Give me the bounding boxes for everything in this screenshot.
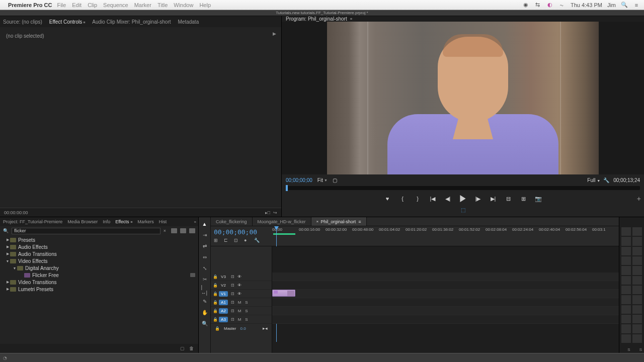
track-header-v1[interactable]: 🔒V1⊡👁: [211, 290, 272, 298]
add-button-icon[interactable]: +: [637, 195, 641, 203]
zoom-tool-icon[interactable]: 🔍: [201, 320, 208, 327]
menubar-icon-2[interactable]: ⇆: [534, 2, 541, 9]
ripple-tool-icon[interactable]: ⇄: [201, 242, 208, 249]
play-button[interactable]: [459, 195, 467, 202]
tab-metadata[interactable]: Metadata: [178, 19, 199, 25]
menubar-search-icon[interactable]: 🔍: [621, 2, 628, 9]
solo-label-2[interactable]: S: [639, 347, 642, 352]
sequence-tab-1[interactable]: Coke_flickering: [211, 217, 253, 226]
step-forward-icon[interactable]: |▶: [474, 195, 482, 202]
app-name[interactable]: Premiere Pro CC: [8, 2, 52, 8]
timeline-tracks[interactable]: [272, 246, 619, 353]
video-clip[interactable]: [272, 290, 295, 297]
tl-marker-icon[interactable]: ●: [244, 238, 250, 244]
hand-tool-icon[interactable]: ✋: [201, 309, 208, 316]
sequence-tab-2[interactable]: Moongate_HD-w_flicker: [253, 217, 311, 226]
sequence-tab-3[interactable]: ×Phil_orginal-short ≡: [311, 217, 367, 226]
step-back-icon[interactable]: ◀|: [444, 195, 452, 202]
menu-file[interactable]: File: [57, 2, 66, 8]
track-header-master[interactable]: 🔒Master0.0▸◂: [211, 324, 272, 333]
filter-icon-2[interactable]: [180, 228, 186, 233]
safe-margins-icon[interactable]: ▢: [333, 177, 337, 183]
comparison-icon[interactable]: ⬚: [461, 207, 465, 213]
solo-label-1[interactable]: S: [627, 347, 630, 352]
tab-markers[interactable]: Markers: [137, 219, 154, 224]
tab-project[interactable]: Project: FF_Tutorial-Premiere: [3, 219, 62, 224]
tree-presets[interactable]: ▶Presets: [3, 236, 195, 243]
tab-media-browser[interactable]: Media Browser: [67, 219, 98, 224]
timeline-timecode[interactable]: 00;00;00;00: [214, 228, 269, 236]
slip-tool-icon[interactable]: |↔|: [201, 287, 208, 294]
tab-source[interactable]: Source: (no clips): [3, 19, 42, 25]
tl-link-icon[interactable]: ⊡: [234, 238, 240, 244]
go-to-out-icon[interactable]: ▶|: [489, 195, 497, 202]
tree-flicker-free[interactable]: Flicker Free: [3, 272, 195, 279]
menu-clip[interactable]: Clip: [88, 2, 97, 8]
program-video-frame[interactable]: [282, 22, 644, 174]
menubar-clock[interactable]: Thu 4:43 PM: [571, 2, 602, 8]
tl-nest-icon[interactable]: ⊞: [214, 238, 220, 244]
track-header-a3[interactable]: 🔒A3⊡MS: [211, 315, 272, 324]
panel-chevron-icon[interactable]: ▶: [273, 31, 276, 36]
clear-search-icon[interactable]: ×: [164, 228, 166, 233]
track-header-v2[interactable]: 🔒V2⊡👁: [211, 281, 272, 290]
rate-stretch-tool-icon[interactable]: ⤡: [201, 264, 208, 272]
menubar-user[interactable]: Jim: [607, 2, 616, 8]
menu-title[interactable]: Title: [157, 2, 168, 8]
tab-info[interactable]: Info: [103, 219, 110, 224]
program-playhead[interactable]: [286, 185, 288, 191]
source-footer-icon-1[interactable]: ▸□: [265, 210, 270, 215]
tree-video-effects[interactable]: ▼Video Effects: [3, 257, 195, 264]
tree-video-transitions[interactable]: ▶Video Transitions: [3, 279, 195, 286]
track-select-tool-icon[interactable]: ⇥: [201, 231, 208, 238]
zoom-fit-dropdown[interactable]: Fit▼: [317, 177, 328, 183]
menu-help[interactable]: Help: [199, 2, 211, 8]
new-bin-icon[interactable]: ▢: [180, 346, 185, 351]
menubar-wifi-icon[interactable]: ⏦: [558, 2, 566, 9]
menu-edit[interactable]: Edit: [72, 2, 82, 8]
program-scrubber[interactable]: [286, 186, 640, 190]
program-timecode-left[interactable]: 00;00;00;00: [286, 177, 312, 183]
settings-wrench-icon[interactable]: 🔧: [603, 177, 609, 183]
extract-icon[interactable]: ⊞: [519, 195, 527, 202]
razor-tool-icon[interactable]: ✂: [201, 276, 208, 283]
tree-digital-anarchy[interactable]: ▼Digital Anarchy: [3, 264, 195, 272]
go-to-in-icon[interactable]: |◀: [429, 195, 437, 202]
track-header-a1[interactable]: 🔒A1⊡MS: [211, 298, 272, 307]
tl-snap-icon[interactable]: ⊏: [224, 238, 230, 244]
lift-icon[interactable]: ⊟: [504, 195, 512, 202]
source-footer-icon-2[interactable]: ↪: [273, 210, 277, 215]
filter-icon-3[interactable]: [189, 228, 195, 233]
tab-audio-mixer[interactable]: Audio Clip Mixer: Phil_orginal-short: [92, 19, 171, 25]
status-icon[interactable]: ◔: [3, 355, 8, 360]
export-frame-icon[interactable]: 📷: [534, 195, 542, 202]
tab-effects[interactable]: Effects ≡: [115, 219, 132, 224]
menubar-icon-1[interactable]: ◉: [522, 2, 529, 9]
resolution-dropdown[interactable]: Full ▼: [587, 177, 600, 183]
mark-in-icon[interactable]: ♥: [383, 195, 391, 202]
tree-audio-transitions[interactable]: ▶Audio Transitions: [3, 250, 195, 257]
in-point-icon[interactable]: {: [398, 195, 407, 202]
track-header-a2[interactable]: 🔒A2⊡MS: [211, 307, 272, 315]
track-header-v3[interactable]: 🔒V3⊡👁: [211, 273, 272, 281]
rolling-tool-icon[interactable]: ⇔: [201, 253, 208, 260]
tree-lumetri[interactable]: ▶Lumetri Presets: [3, 286, 195, 293]
menubar-list-icon[interactable]: ≡: [633, 2, 640, 9]
tl-settings-icon[interactable]: 🔧: [254, 238, 260, 244]
trash-icon[interactable]: 🗑: [189, 346, 194, 351]
menubar-icon-3[interactable]: ◐: [546, 2, 553, 9]
out-point-icon[interactable]: }: [414, 195, 422, 202]
tabs-overflow-icon[interactable]: »: [194, 220, 196, 224]
tree-audio-effects[interactable]: ▶Audio Effects: [3, 243, 195, 250]
menu-window[interactable]: Window: [174, 2, 193, 8]
filter-icon-1[interactable]: [171, 228, 177, 233]
tab-effect-controls[interactable]: Effect Controls≡: [49, 19, 86, 25]
selection-tool-icon[interactable]: ▲: [201, 220, 208, 227]
program-menu-icon[interactable]: ≡: [350, 17, 352, 21]
tab-history[interactable]: Hist: [159, 219, 167, 224]
menu-marker[interactable]: Marker: [134, 2, 151, 8]
timeline-ruler[interactable]: 00;00 00:00:16:00 00:00:32:00 00:00:48:0…: [272, 226, 619, 241]
pen-tool-icon[interactable]: ✎: [201, 298, 208, 305]
menu-sequence[interactable]: Sequence: [103, 2, 128, 8]
effects-search-input[interactable]: [12, 228, 160, 234]
